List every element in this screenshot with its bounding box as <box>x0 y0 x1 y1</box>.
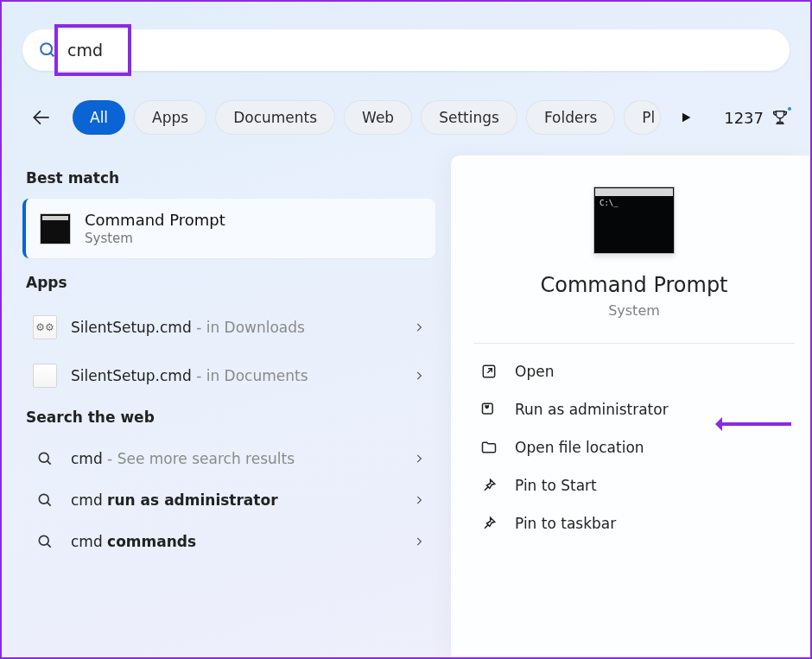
web-result-text: cmd run as administrator <box>71 491 399 509</box>
search-icon <box>33 450 57 467</box>
action-label: Run as administrator <box>515 401 669 418</box>
svg-line-1 <box>50 53 54 56</box>
file-icon: ⚙⚙ <box>33 315 57 339</box>
chevron-right-icon[interactable] <box>413 535 425 548</box>
filter-pill-settings[interactable]: Settings <box>421 100 517 135</box>
detail-panel: Command Prompt System OpenRun as adminis… <box>451 155 810 657</box>
web-result-text: cmd - See more search results <box>71 450 399 467</box>
search-input[interactable] <box>67 41 774 60</box>
search-bar[interactable] <box>22 29 790 71</box>
divider <box>473 343 795 344</box>
results-column: Best match Command Prompt System Apps ⚙⚙… <box>2 155 451 657</box>
web-result[interactable]: cmd commands <box>22 521 435 562</box>
app-result-text: SilentSetup.cmd - in Downloads <box>71 319 399 336</box>
filter-pill-apps[interactable]: Apps <box>134 100 206 135</box>
svg-line-6 <box>48 461 51 465</box>
filter-scroll-forward[interactable] <box>671 103 701 132</box>
action-open[interactable]: Open <box>473 352 795 390</box>
section-web: Search the web <box>26 409 432 426</box>
rewards-points[interactable]: 1237 <box>724 108 790 127</box>
filter-pill-all[interactable]: All <box>73 100 125 135</box>
chevron-right-icon[interactable] <box>413 370 425 382</box>
search-icon <box>38 41 57 60</box>
filter-pill-documents[interactable]: Documents <box>215 100 335 135</box>
svg-rect-12 <box>483 403 493 414</box>
chevron-right-icon[interactable] <box>413 321 425 333</box>
web-result[interactable]: cmd - See more search results <box>22 438 435 479</box>
shield-icon <box>479 401 499 418</box>
file-icon <box>33 364 57 388</box>
filter-bar: AllAppsDocumentsWebSettingsFoldersPl 123… <box>22 97 790 138</box>
pin-icon <box>479 477 499 494</box>
app-result-text: SilentSetup.cmd - in Documents <box>71 367 399 384</box>
cmd-icon <box>40 213 71 244</box>
svg-point-7 <box>39 494 48 504</box>
detail-title: Command Prompt <box>473 273 795 297</box>
pin-icon <box>479 515 499 532</box>
web-result-text: cmd commands <box>71 533 399 550</box>
action-label: Open <box>515 363 554 380</box>
search-icon <box>33 491 57 509</box>
back-button[interactable] <box>22 98 60 136</box>
section-best-match: Best match <box>26 169 432 187</box>
app-result[interactable]: ⚙⚙SilentSetup.cmd - in Downloads <box>22 303 435 352</box>
folder-icon <box>479 439 499 456</box>
filter-pill-web[interactable]: Web <box>344 100 412 135</box>
search-icon <box>33 533 57 550</box>
trophy-icon <box>771 108 790 127</box>
best-match-title: Command Prompt <box>85 211 225 229</box>
chevron-right-icon[interactable] <box>413 494 425 506</box>
detail-app-icon <box>593 187 675 254</box>
web-result[interactable]: cmd run as administrator <box>22 479 435 521</box>
open-icon <box>479 363 499 380</box>
section-apps: Apps <box>26 274 432 291</box>
action-pinstart[interactable]: Pin to Start <box>473 466 795 504</box>
app-result[interactable]: SilentSetup.cmd - in Documents <box>22 352 435 400</box>
svg-marker-3 <box>682 113 690 123</box>
annotation-arrow-run-admin <box>719 422 791 426</box>
best-match-result[interactable]: Command Prompt System <box>22 199 435 258</box>
action-label: Pin to Start <box>515 477 597 494</box>
svg-point-9 <box>39 535 48 545</box>
svg-point-0 <box>41 43 52 54</box>
filter-pill-pl[interactable]: Pl <box>624 100 661 135</box>
svg-line-10 <box>48 544 51 548</box>
action-label: Pin to taskbar <box>515 515 616 532</box>
svg-point-5 <box>39 453 48 462</box>
svg-line-8 <box>48 503 51 506</box>
filter-pill-folders[interactable]: Folders <box>526 100 615 135</box>
action-loc[interactable]: Open file location <box>473 428 795 466</box>
chevron-right-icon[interactable] <box>413 453 425 465</box>
detail-subtitle: System <box>473 302 795 319</box>
best-match-subtitle: System <box>85 231 225 246</box>
action-pintask[interactable]: Pin to taskbar <box>473 504 795 542</box>
rewards-points-value: 1237 <box>724 109 764 127</box>
action-label: Open file location <box>515 439 644 456</box>
